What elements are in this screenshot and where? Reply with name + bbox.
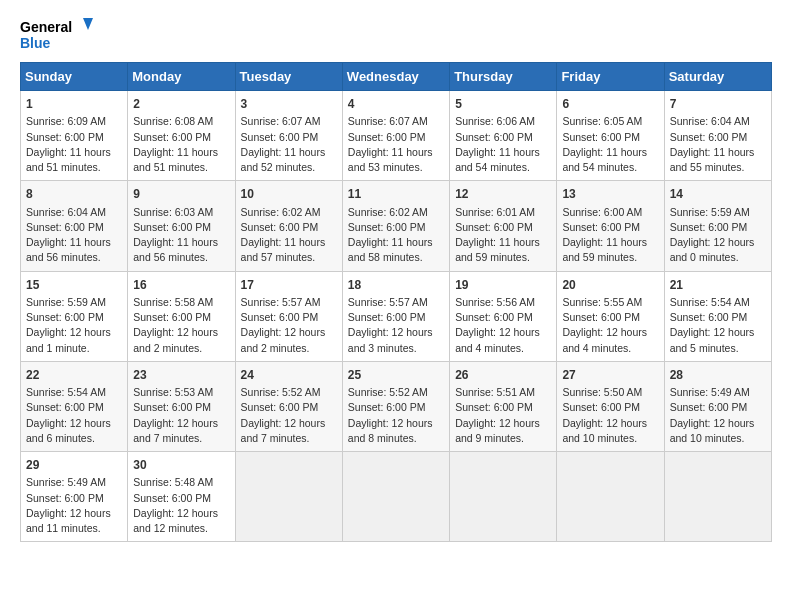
calendar-day-cell: 10Sunrise: 6:02 AMSunset: 6:00 PMDayligh… xyxy=(235,181,342,271)
day-info-line: Sunrise: 5:52 AM xyxy=(348,385,444,400)
day-info-line: and 57 minutes. xyxy=(241,250,337,265)
day-info-line: and 12 minutes. xyxy=(133,521,229,536)
calendar-day-cell: 24Sunrise: 5:52 AMSunset: 6:00 PMDayligh… xyxy=(235,361,342,451)
calendar-day-cell xyxy=(664,452,771,542)
day-number: 16 xyxy=(133,277,229,294)
day-number: 3 xyxy=(241,96,337,113)
day-info-line: Sunrise: 6:00 AM xyxy=(562,205,658,220)
day-info-line: Sunrise: 6:07 AM xyxy=(348,114,444,129)
day-info-line: Sunset: 6:00 PM xyxy=(26,400,122,415)
day-info-line: Daylight: 12 hours xyxy=(26,506,122,521)
day-info-line: and 9 minutes. xyxy=(455,431,551,446)
day-info-line: Sunrise: 5:49 AM xyxy=(26,475,122,490)
day-info-line: Sunset: 6:00 PM xyxy=(241,130,337,145)
day-info-line: Daylight: 11 hours xyxy=(348,145,444,160)
day-header-saturday: Saturday xyxy=(664,63,771,91)
svg-text:Blue: Blue xyxy=(20,35,51,51)
day-number: 18 xyxy=(348,277,444,294)
day-info-line: Daylight: 12 hours xyxy=(133,416,229,431)
day-info-line: Sunrise: 5:50 AM xyxy=(562,385,658,400)
day-info-line: Daylight: 11 hours xyxy=(133,145,229,160)
calendar-day-cell: 4Sunrise: 6:07 AMSunset: 6:00 PMDaylight… xyxy=(342,91,449,181)
day-info-line: Daylight: 11 hours xyxy=(562,145,658,160)
page: General Blue SundayMondayTuesdayWednesda… xyxy=(0,0,792,612)
day-info-line: Daylight: 11 hours xyxy=(133,235,229,250)
day-info-line: Sunrise: 6:01 AM xyxy=(455,205,551,220)
day-info-line: Daylight: 12 hours xyxy=(562,325,658,340)
calendar-day-cell xyxy=(557,452,664,542)
day-info-line: Sunset: 6:00 PM xyxy=(348,130,444,145)
day-header-thursday: Thursday xyxy=(450,63,557,91)
calendar-day-cell: 21Sunrise: 5:54 AMSunset: 6:00 PMDayligh… xyxy=(664,271,771,361)
svg-text:General: General xyxy=(20,19,72,35)
day-number: 29 xyxy=(26,457,122,474)
day-info-line: and 56 minutes. xyxy=(133,250,229,265)
day-info-line: Sunrise: 5:53 AM xyxy=(133,385,229,400)
day-number: 24 xyxy=(241,367,337,384)
day-info-line: Sunset: 6:00 PM xyxy=(133,491,229,506)
day-info-line: and 4 minutes. xyxy=(455,341,551,356)
day-info-line: and 5 minutes. xyxy=(670,341,766,356)
calendar-day-cell: 22Sunrise: 5:54 AMSunset: 6:00 PMDayligh… xyxy=(21,361,128,451)
day-info-line: Sunset: 6:00 PM xyxy=(455,220,551,235)
day-header-wednesday: Wednesday xyxy=(342,63,449,91)
day-info-line: and 1 minute. xyxy=(26,341,122,356)
day-info-line: Daylight: 12 hours xyxy=(455,416,551,431)
day-info-line: Daylight: 12 hours xyxy=(133,506,229,521)
day-info-line: Sunset: 6:00 PM xyxy=(133,220,229,235)
calendar-day-cell: 30Sunrise: 5:48 AMSunset: 6:00 PMDayligh… xyxy=(128,452,235,542)
day-info-line: Daylight: 12 hours xyxy=(133,325,229,340)
day-number: 5 xyxy=(455,96,551,113)
day-info-line: Sunset: 6:00 PM xyxy=(241,310,337,325)
day-number: 28 xyxy=(670,367,766,384)
day-info-line: and 8 minutes. xyxy=(348,431,444,446)
day-info-line: and 58 minutes. xyxy=(348,250,444,265)
day-number: 23 xyxy=(133,367,229,384)
calendar-header-row: SundayMondayTuesdayWednesdayThursdayFrid… xyxy=(21,63,772,91)
day-info-line: Sunset: 6:00 PM xyxy=(241,220,337,235)
day-number: 10 xyxy=(241,186,337,203)
day-info-line: Daylight: 12 hours xyxy=(348,325,444,340)
day-info-line: Sunrise: 5:59 AM xyxy=(26,295,122,310)
day-number: 12 xyxy=(455,186,551,203)
day-number: 20 xyxy=(562,277,658,294)
calendar-week-row: 29Sunrise: 5:49 AMSunset: 6:00 PMDayligh… xyxy=(21,452,772,542)
day-info-line: Sunset: 6:00 PM xyxy=(455,310,551,325)
day-number: 30 xyxy=(133,457,229,474)
day-info-line: Sunrise: 6:09 AM xyxy=(26,114,122,129)
day-info-line: Daylight: 11 hours xyxy=(562,235,658,250)
day-info-line: and 4 minutes. xyxy=(562,341,658,356)
day-info-line: Sunset: 6:00 PM xyxy=(26,310,122,325)
day-info-line: Sunrise: 6:02 AM xyxy=(241,205,337,220)
day-number: 25 xyxy=(348,367,444,384)
calendar-day-cell xyxy=(342,452,449,542)
day-info-line: Daylight: 12 hours xyxy=(670,416,766,431)
day-info-line: Daylight: 11 hours xyxy=(241,145,337,160)
day-number: 17 xyxy=(241,277,337,294)
day-info-line: Sunrise: 6:07 AM xyxy=(241,114,337,129)
calendar-day-cell: 2Sunrise: 6:08 AMSunset: 6:00 PMDaylight… xyxy=(128,91,235,181)
day-info-line: Daylight: 12 hours xyxy=(26,325,122,340)
day-number: 7 xyxy=(670,96,766,113)
day-number: 14 xyxy=(670,186,766,203)
day-info-line: Daylight: 11 hours xyxy=(348,235,444,250)
logo: General Blue xyxy=(20,16,100,54)
day-info-line: Daylight: 11 hours xyxy=(26,145,122,160)
day-info-line: Sunset: 6:00 PM xyxy=(455,400,551,415)
day-info-line: and 52 minutes. xyxy=(241,160,337,175)
day-info-line: Sunset: 6:00 PM xyxy=(562,400,658,415)
day-info-line: Sunset: 6:00 PM xyxy=(670,310,766,325)
day-info-line: Sunrise: 5:55 AM xyxy=(562,295,658,310)
day-header-sunday: Sunday xyxy=(21,63,128,91)
day-info-line: Sunrise: 5:54 AM xyxy=(670,295,766,310)
day-header-monday: Monday xyxy=(128,63,235,91)
calendar-week-row: 8Sunrise: 6:04 AMSunset: 6:00 PMDaylight… xyxy=(21,181,772,271)
calendar-week-row: 1Sunrise: 6:09 AMSunset: 6:00 PMDaylight… xyxy=(21,91,772,181)
calendar-day-cell: 15Sunrise: 5:59 AMSunset: 6:00 PMDayligh… xyxy=(21,271,128,361)
day-info-line: Daylight: 11 hours xyxy=(670,145,766,160)
day-info-line: Sunrise: 5:52 AM xyxy=(241,385,337,400)
calendar-day-cell: 8Sunrise: 6:04 AMSunset: 6:00 PMDaylight… xyxy=(21,181,128,271)
day-info-line: Sunrise: 6:06 AM xyxy=(455,114,551,129)
calendar-day-cell: 6Sunrise: 6:05 AMSunset: 6:00 PMDaylight… xyxy=(557,91,664,181)
day-info-line: and 54 minutes. xyxy=(455,160,551,175)
